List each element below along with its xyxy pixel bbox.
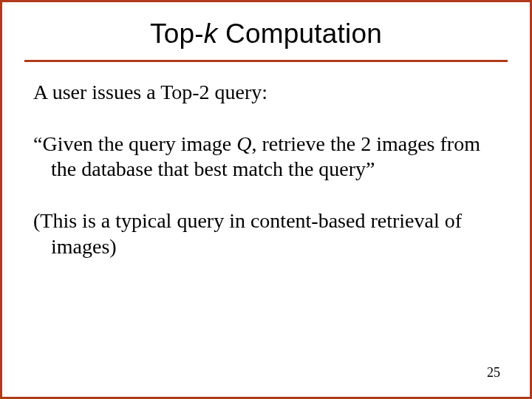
paragraph-1: A user issues a Top-2 query:: [33, 80, 499, 105]
p2-open: “Given the query image: [33, 132, 236, 155]
page-number: 25: [487, 365, 500, 381]
title-post: Computation: [218, 18, 382, 49]
title-k: k: [204, 18, 218, 49]
title-pre: Top-: [150, 18, 204, 49]
paragraph-3: (This is a typical query in content-base…: [33, 208, 499, 259]
slide-frame: Top-k Computation A user issues a Top-2 …: [0, 0, 532, 399]
paragraph-2: “Given the query image Q, retrieve the 2…: [33, 132, 499, 182]
title-block: Top-k Computation: [2, 2, 530, 50]
p2-q: Q: [236, 132, 251, 155]
slide-title: Top-k Computation: [150, 18, 382, 49]
body-text: A user issues a Top-2 query: “Given the …: [2, 62, 530, 259]
